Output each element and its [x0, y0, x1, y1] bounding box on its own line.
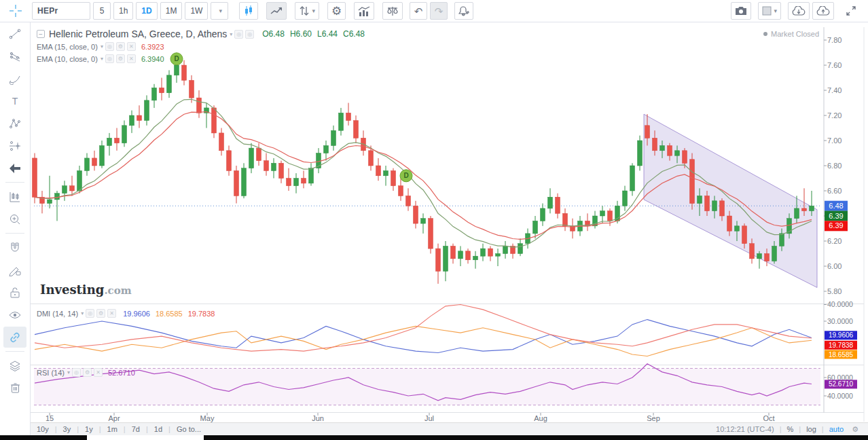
- eye-icon[interactable]: ◎: [105, 54, 114, 63]
- add-alert-button[interactable]: [454, 2, 473, 20]
- chevron-down-icon[interactable]: ▾: [81, 310, 84, 316]
- svg-text:19.7838: 19.7838: [829, 342, 854, 349]
- svg-text:40.0000: 40.0000: [827, 392, 853, 400]
- sync-link-button[interactable]: [3, 327, 26, 348]
- chart-canvas[interactable]: 7.807.607.407.207.006.806.606.406.206.00…: [31, 22, 868, 422]
- goto-date-button[interactable]: Go to...: [170, 425, 207, 433]
- svg-text:7.40: 7.40: [827, 86, 842, 94]
- svg-text:6.48: 6.48: [829, 202, 843, 210]
- chart-title: Hellenic Petroleum SA, Greece, D, Athens: [49, 29, 227, 39]
- symbol-search-input[interactable]: HEPr: [32, 2, 90, 20]
- line-style-button[interactable]: [266, 2, 287, 20]
- range-1m-button[interactable]: 1m: [101, 425, 124, 433]
- close-icon[interactable]: ✕: [107, 309, 116, 318]
- log-scale-button[interactable]: log: [806, 425, 816, 433]
- zoom-in-tool[interactable]: [3, 208, 26, 230]
- lock-drawings-button[interactable]: [3, 282, 26, 303]
- chevron-down-icon[interactable]: ▾: [230, 31, 232, 37]
- svg-text:Aug: Aug: [534, 414, 547, 422]
- interval-1m[interactable]: 1M: [160, 2, 183, 20]
- axis-settings-gear-icon[interactable]: ⚙: [852, 425, 858, 434]
- sidebar-divider: [5, 182, 24, 183]
- range-10y-button[interactable]: 10y: [31, 425, 55, 433]
- compare-scales-button[interactable]: [382, 2, 403, 20]
- eye-icon[interactable]: ◎: [86, 309, 94, 318]
- range-3y-button[interactable]: 3y: [57, 425, 77, 433]
- range-1d-button[interactable]: 1d: [148, 425, 168, 433]
- svg-text:T: T: [12, 96, 18, 107]
- trend-line-tool[interactable]: [3, 23, 26, 44]
- clock-display[interactable]: 10:12:21 (UTC-4): [716, 425, 774, 433]
- range-1y-button[interactable]: 1y: [79, 425, 99, 433]
- scales-icon: [386, 6, 399, 16]
- svg-text:May: May: [200, 414, 215, 422]
- gear-icon[interactable]: ⚙: [83, 368, 92, 377]
- chart-plot-area[interactable]: 7.807.607.407.207.006.806.606.406.206.00…: [31, 22, 868, 425]
- svg-text:6.00: 6.00: [827, 262, 842, 270]
- fullscreen-button[interactable]: [842, 2, 860, 20]
- candlestick-style-button[interactable]: [239, 2, 258, 20]
- save-layout-button[interactable]: [812, 2, 834, 20]
- bottom-black-strip: [0, 435, 87, 440]
- brush-tool[interactable]: [3, 68, 26, 89]
- chevron-down-icon[interactable]: ▾: [101, 43, 103, 50]
- forecast-measure-tool[interactable]: [3, 135, 26, 156]
- close-icon[interactable]: ✕: [127, 54, 136, 63]
- redo-icon: ↷: [435, 6, 444, 16]
- gear-icon[interactable]: ⚙: [116, 42, 125, 51]
- close-icon[interactable]: ✕: [94, 368, 103, 377]
- chevron-down-icon[interactable]: ▾: [67, 369, 70, 375]
- bar-pattern-tool[interactable]: [3, 186, 26, 207]
- percent-scale-button[interactable]: %: [787, 425, 794, 433]
- crosshair-icon[interactable]: [0, 5, 31, 17]
- chart-title-row: − Hellenic Petroleum SA, Greece, D, Athe…: [37, 29, 365, 39]
- show-hide-icon[interactable]: ◎: [234, 30, 243, 39]
- ema15-label: EMA (15, close, 0): [37, 43, 98, 51]
- dmi-legend: DMI (14, 14) ▾ ◎ ⚙ ✕ 19.9606 18.6585 19.…: [37, 309, 215, 318]
- ema15-legend: EMA (15, close, 0) ▾ ◎ ⚙ ✕ 6.3923: [37, 42, 164, 51]
- interval-1h[interactable]: 1h: [113, 2, 133, 20]
- candlestick-style-icon: [243, 5, 254, 16]
- dmi-minus-di-value: 18.6585: [156, 310, 183, 318]
- interval-1d[interactable]: 1D: [136, 2, 157, 20]
- eye-icon[interactable]: ◎: [105, 42, 114, 51]
- undo-button[interactable]: ↶: [410, 2, 427, 20]
- settings-button[interactable]: ⚙: [327, 2, 346, 20]
- magnet-mode-button[interactable]: [3, 237, 26, 258]
- auto-scale-button[interactable]: auto: [829, 425, 844, 433]
- open-value: O6.48: [262, 29, 285, 39]
- eye-icon[interactable]: ◎: [72, 368, 81, 377]
- svg-text:18.6585: 18.6585: [829, 351, 854, 359]
- top-toolbar: HEPr 5 1h 1D 1M 1W ▾ ▾ ⚙: [0, 0, 868, 22]
- interval-menu-button[interactable]: ▾: [211, 2, 228, 20]
- object-tree-button[interactable]: [3, 355, 26, 376]
- remove-drawings-button[interactable]: [3, 378, 26, 399]
- close-icon[interactable]: ✕: [127, 42, 136, 51]
- range-7d-button[interactable]: 7d: [126, 425, 146, 433]
- collapse-pane-icon[interactable]: −: [37, 30, 45, 38]
- load-layout-button[interactable]: [788, 2, 810, 20]
- layout-button[interactable]: ▾: [758, 2, 781, 20]
- drawing-mode-button[interactable]: [3, 259, 26, 280]
- interval-5[interactable]: 5: [93, 2, 111, 20]
- camera-icon: [735, 6, 747, 16]
- chevron-down-icon[interactable]: ▾: [101, 56, 103, 62]
- dmi-adx-value: 19.7838: [188, 310, 215, 318]
- interval-1w[interactable]: 1W: [185, 2, 208, 20]
- xabcd-pattern-tool[interactable]: [3, 113, 26, 134]
- rsi-legend: RSI (14) ▾ ◎ ⚙ ✕ 52.6710: [37, 368, 135, 377]
- gear-icon[interactable]: ⚙: [96, 309, 105, 318]
- svg-text:40.0000: 40.0000: [827, 300, 853, 308]
- text-tool[interactable]: T: [3, 90, 26, 111]
- compare-button[interactable]: ▾: [295, 2, 319, 20]
- svg-text:6.80: 6.80: [827, 162, 842, 170]
- back-arrow-button[interactable]: [3, 158, 26, 179]
- snapshot-button[interactable]: [731, 2, 751, 20]
- hide-drawings-button[interactable]: [3, 304, 26, 325]
- gear-icon[interactable]: ⚙: [116, 54, 125, 63]
- pitchfork-tool[interactable]: [3, 45, 26, 67]
- settings-mini-icon[interactable]: ◎: [245, 30, 254, 39]
- compare-icon: [299, 5, 310, 16]
- indicators-button[interactable]: [354, 2, 374, 20]
- redo-button[interactable]: ↷: [430, 2, 448, 20]
